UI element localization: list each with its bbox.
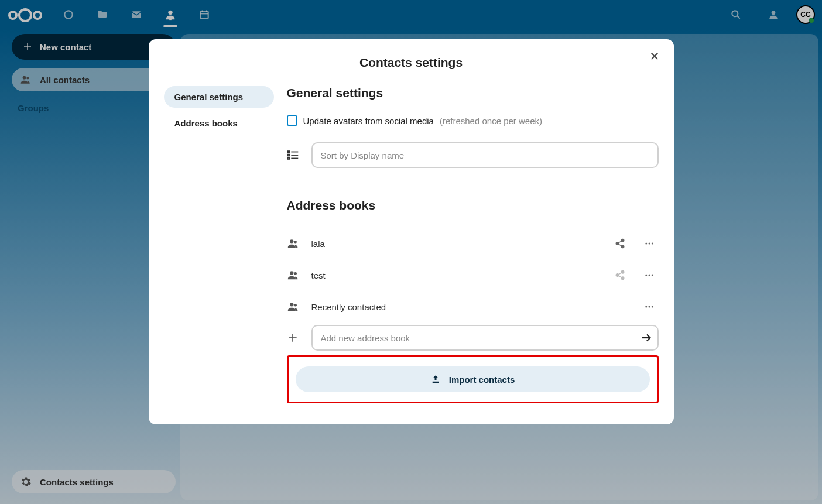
svg-point-46 xyxy=(290,303,293,306)
upload-icon xyxy=(430,374,441,385)
share-icon[interactable] xyxy=(611,270,629,280)
people-icon xyxy=(287,237,301,250)
address-book-row: test xyxy=(287,259,659,291)
close-button[interactable] xyxy=(646,47,663,65)
svg-point-43 xyxy=(645,275,647,276)
modal-content: General settings Update avatars from soc… xyxy=(281,86,659,403)
svg-line-41 xyxy=(618,273,621,275)
svg-line-32 xyxy=(618,244,621,246)
avatar-update-checkbox[interactable] xyxy=(287,115,297,126)
address-book-name: Recently contacted xyxy=(311,302,629,312)
plus-icon xyxy=(287,332,301,344)
svg-point-34 xyxy=(648,243,650,245)
checkbox-hint: (refreshed once per week) xyxy=(440,116,542,126)
more-icon[interactable] xyxy=(640,238,659,249)
avatar-update-row: Update avatars from social media (refres… xyxy=(287,115,659,126)
svg-point-50 xyxy=(651,306,653,308)
more-icon[interactable] xyxy=(640,270,659,280)
svg-point-35 xyxy=(651,243,653,245)
sort-row xyxy=(287,142,659,168)
svg-point-26 xyxy=(290,239,293,243)
svg-point-37 xyxy=(294,272,297,275)
address-book-row: lala xyxy=(287,228,659,259)
submit-arrow-button[interactable] xyxy=(640,331,653,344)
svg-point-33 xyxy=(645,243,647,245)
section-address-title: Address books xyxy=(287,198,659,212)
section-general-title: General settings xyxy=(287,86,659,100)
modal-nav: General settings Address books xyxy=(164,86,281,403)
sort-input[interactable] xyxy=(311,142,659,168)
svg-rect-25 xyxy=(287,157,289,159)
add-address-book-input[interactable] xyxy=(311,325,659,351)
svg-rect-23 xyxy=(287,151,289,153)
import-contacts-button[interactable]: Import contacts xyxy=(296,366,650,392)
nav-address-books[interactable]: Address books xyxy=(164,112,274,134)
svg-point-49 xyxy=(648,306,650,308)
svg-point-48 xyxy=(645,306,647,308)
svg-point-47 xyxy=(294,304,297,307)
svg-point-27 xyxy=(294,241,297,244)
people-icon xyxy=(287,269,301,282)
checkbox-label: Update avatars from social media xyxy=(303,116,434,126)
svg-point-39 xyxy=(616,274,619,277)
svg-point-30 xyxy=(621,245,624,248)
svg-rect-54 xyxy=(432,382,439,383)
list-icon xyxy=(287,149,301,162)
svg-point-29 xyxy=(616,242,619,245)
import-highlight: Import contacts xyxy=(287,355,659,403)
add-address-book-row xyxy=(287,325,659,351)
svg-line-31 xyxy=(618,241,621,243)
modal-title: Contacts settings xyxy=(164,51,659,86)
svg-point-44 xyxy=(648,275,650,276)
nav-general-settings[interactable]: General settings xyxy=(164,86,274,108)
address-book-name: test xyxy=(311,270,600,280)
svg-rect-24 xyxy=(287,155,289,156)
modal-overlay[interactable]: Contacts settings General settings Addre… xyxy=(0,0,822,504)
address-book-name: lala xyxy=(311,239,600,249)
more-icon[interactable] xyxy=(640,301,659,312)
address-book-row: Recently contacted xyxy=(287,291,659,323)
svg-point-40 xyxy=(621,277,624,280)
svg-point-45 xyxy=(651,275,653,276)
svg-point-36 xyxy=(290,271,293,275)
share-icon[interactable] xyxy=(611,238,629,249)
import-label: Import contacts xyxy=(449,375,515,385)
svg-line-42 xyxy=(618,276,621,277)
svg-point-28 xyxy=(621,239,624,242)
settings-modal: Contacts settings General settings Addre… xyxy=(149,39,674,424)
people-icon xyxy=(287,300,301,313)
close-icon xyxy=(649,51,660,61)
svg-point-38 xyxy=(621,271,624,274)
arrow-right-icon xyxy=(640,331,653,344)
